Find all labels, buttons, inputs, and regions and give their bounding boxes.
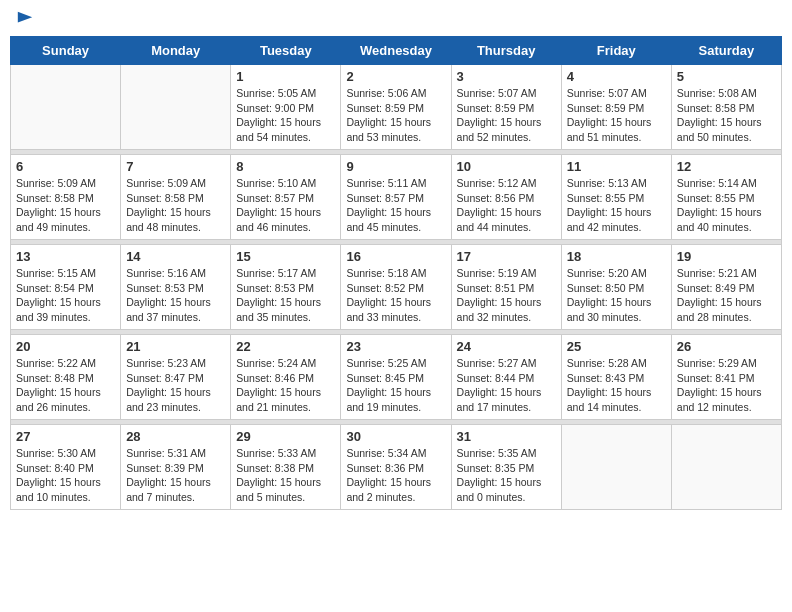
cell-0-0	[11, 65, 121, 150]
cell-2-1: 14Sunrise: 5:16 AM Sunset: 8:53 PM Dayli…	[121, 245, 231, 330]
cell-0-6: 5Sunrise: 5:08 AM Sunset: 8:58 PM Daylig…	[671, 65, 781, 150]
cell-1-6: 12Sunrise: 5:14 AM Sunset: 8:55 PM Dayli…	[671, 155, 781, 240]
cell-2-5: 18Sunrise: 5:20 AM Sunset: 8:50 PM Dayli…	[561, 245, 671, 330]
week-row-2: 13Sunrise: 5:15 AM Sunset: 8:54 PM Dayli…	[11, 245, 782, 330]
cell-detail-25: Sunrise: 5:28 AM Sunset: 8:43 PM Dayligh…	[567, 356, 666, 415]
day-number-7: 7	[126, 159, 225, 174]
cell-detail-24: Sunrise: 5:27 AM Sunset: 8:44 PM Dayligh…	[457, 356, 556, 415]
day-number-30: 30	[346, 429, 445, 444]
cell-3-5: 25Sunrise: 5:28 AM Sunset: 8:43 PM Dayli…	[561, 335, 671, 420]
cell-detail-14: Sunrise: 5:16 AM Sunset: 8:53 PM Dayligh…	[126, 266, 225, 325]
day-number-28: 28	[126, 429, 225, 444]
cell-1-2: 8Sunrise: 5:10 AM Sunset: 8:57 PM Daylig…	[231, 155, 341, 240]
day-number-16: 16	[346, 249, 445, 264]
col-wednesday: Wednesday	[341, 37, 451, 65]
cell-detail-5: Sunrise: 5:08 AM Sunset: 8:58 PM Dayligh…	[677, 86, 776, 145]
cell-4-0: 27Sunrise: 5:30 AM Sunset: 8:40 PM Dayli…	[11, 425, 121, 510]
cell-detail-6: Sunrise: 5:09 AM Sunset: 8:58 PM Dayligh…	[16, 176, 115, 235]
cell-1-0: 6Sunrise: 5:09 AM Sunset: 8:58 PM Daylig…	[11, 155, 121, 240]
cell-0-2: 1Sunrise: 5:05 AM Sunset: 9:00 PM Daylig…	[231, 65, 341, 150]
week-row-0: 1Sunrise: 5:05 AM Sunset: 9:00 PM Daylig…	[11, 65, 782, 150]
cell-4-1: 28Sunrise: 5:31 AM Sunset: 8:39 PM Dayli…	[121, 425, 231, 510]
cell-4-3: 30Sunrise: 5:34 AM Sunset: 8:36 PM Dayli…	[341, 425, 451, 510]
cell-detail-4: Sunrise: 5:07 AM Sunset: 8:59 PM Dayligh…	[567, 86, 666, 145]
cell-detail-16: Sunrise: 5:18 AM Sunset: 8:52 PM Dayligh…	[346, 266, 445, 325]
cell-detail-3: Sunrise: 5:07 AM Sunset: 8:59 PM Dayligh…	[457, 86, 556, 145]
cell-2-3: 16Sunrise: 5:18 AM Sunset: 8:52 PM Dayli…	[341, 245, 451, 330]
cell-1-4: 10Sunrise: 5:12 AM Sunset: 8:56 PM Dayli…	[451, 155, 561, 240]
cell-0-4: 3Sunrise: 5:07 AM Sunset: 8:59 PM Daylig…	[451, 65, 561, 150]
cell-detail-10: Sunrise: 5:12 AM Sunset: 8:56 PM Dayligh…	[457, 176, 556, 235]
day-number-5: 5	[677, 69, 776, 84]
day-number-14: 14	[126, 249, 225, 264]
day-number-21: 21	[126, 339, 225, 354]
day-number-23: 23	[346, 339, 445, 354]
page-header	[10, 10, 782, 28]
col-sunday: Sunday	[11, 37, 121, 65]
day-number-11: 11	[567, 159, 666, 174]
day-number-3: 3	[457, 69, 556, 84]
col-saturday: Saturday	[671, 37, 781, 65]
cell-detail-15: Sunrise: 5:17 AM Sunset: 8:53 PM Dayligh…	[236, 266, 335, 325]
day-number-13: 13	[16, 249, 115, 264]
day-number-31: 31	[457, 429, 556, 444]
cell-detail-7: Sunrise: 5:09 AM Sunset: 8:58 PM Dayligh…	[126, 176, 225, 235]
cell-detail-23: Sunrise: 5:25 AM Sunset: 8:45 PM Dayligh…	[346, 356, 445, 415]
cell-3-1: 21Sunrise: 5:23 AM Sunset: 8:47 PM Dayli…	[121, 335, 231, 420]
day-number-18: 18	[567, 249, 666, 264]
cell-detail-21: Sunrise: 5:23 AM Sunset: 8:47 PM Dayligh…	[126, 356, 225, 415]
cell-detail-11: Sunrise: 5:13 AM Sunset: 8:55 PM Dayligh…	[567, 176, 666, 235]
cell-4-5	[561, 425, 671, 510]
day-number-22: 22	[236, 339, 335, 354]
cell-detail-27: Sunrise: 5:30 AM Sunset: 8:40 PM Dayligh…	[16, 446, 115, 505]
cell-3-3: 23Sunrise: 5:25 AM Sunset: 8:45 PM Dayli…	[341, 335, 451, 420]
logo-flag-icon	[16, 10, 34, 28]
cell-detail-29: Sunrise: 5:33 AM Sunset: 8:38 PM Dayligh…	[236, 446, 335, 505]
cell-4-6	[671, 425, 781, 510]
day-number-10: 10	[457, 159, 556, 174]
cell-2-0: 13Sunrise: 5:15 AM Sunset: 8:54 PM Dayli…	[11, 245, 121, 330]
cell-1-5: 11Sunrise: 5:13 AM Sunset: 8:55 PM Dayli…	[561, 155, 671, 240]
day-number-1: 1	[236, 69, 335, 84]
cell-detail-9: Sunrise: 5:11 AM Sunset: 8:57 PM Dayligh…	[346, 176, 445, 235]
cell-2-4: 17Sunrise: 5:19 AM Sunset: 8:51 PM Dayli…	[451, 245, 561, 330]
day-number-19: 19	[677, 249, 776, 264]
day-number-24: 24	[457, 339, 556, 354]
col-monday: Monday	[121, 37, 231, 65]
cell-3-4: 24Sunrise: 5:27 AM Sunset: 8:44 PM Dayli…	[451, 335, 561, 420]
cell-detail-31: Sunrise: 5:35 AM Sunset: 8:35 PM Dayligh…	[457, 446, 556, 505]
day-number-25: 25	[567, 339, 666, 354]
cell-detail-22: Sunrise: 5:24 AM Sunset: 8:46 PM Dayligh…	[236, 356, 335, 415]
cell-0-5: 4Sunrise: 5:07 AM Sunset: 8:59 PM Daylig…	[561, 65, 671, 150]
logo	[14, 10, 34, 28]
week-row-3: 20Sunrise: 5:22 AM Sunset: 8:48 PM Dayli…	[11, 335, 782, 420]
cell-0-1	[121, 65, 231, 150]
cell-detail-12: Sunrise: 5:14 AM Sunset: 8:55 PM Dayligh…	[677, 176, 776, 235]
day-number-15: 15	[236, 249, 335, 264]
cell-detail-26: Sunrise: 5:29 AM Sunset: 8:41 PM Dayligh…	[677, 356, 776, 415]
cell-detail-2: Sunrise: 5:06 AM Sunset: 8:59 PM Dayligh…	[346, 86, 445, 145]
cell-2-2: 15Sunrise: 5:17 AM Sunset: 8:53 PM Dayli…	[231, 245, 341, 330]
col-tuesday: Tuesday	[231, 37, 341, 65]
cell-detail-30: Sunrise: 5:34 AM Sunset: 8:36 PM Dayligh…	[346, 446, 445, 505]
day-number-9: 9	[346, 159, 445, 174]
cell-detail-13: Sunrise: 5:15 AM Sunset: 8:54 PM Dayligh…	[16, 266, 115, 325]
cell-3-6: 26Sunrise: 5:29 AM Sunset: 8:41 PM Dayli…	[671, 335, 781, 420]
day-number-6: 6	[16, 159, 115, 174]
col-friday: Friday	[561, 37, 671, 65]
week-row-1: 6Sunrise: 5:09 AM Sunset: 8:58 PM Daylig…	[11, 155, 782, 240]
cell-4-2: 29Sunrise: 5:33 AM Sunset: 8:38 PM Dayli…	[231, 425, 341, 510]
cell-4-4: 31Sunrise: 5:35 AM Sunset: 8:35 PM Dayli…	[451, 425, 561, 510]
day-number-20: 20	[16, 339, 115, 354]
cell-3-2: 22Sunrise: 5:24 AM Sunset: 8:46 PM Dayli…	[231, 335, 341, 420]
day-number-2: 2	[346, 69, 445, 84]
day-number-8: 8	[236, 159, 335, 174]
col-thursday: Thursday	[451, 37, 561, 65]
day-number-29: 29	[236, 429, 335, 444]
day-number-12: 12	[677, 159, 776, 174]
cell-3-0: 20Sunrise: 5:22 AM Sunset: 8:48 PM Dayli…	[11, 335, 121, 420]
cell-detail-1: Sunrise: 5:05 AM Sunset: 9:00 PM Dayligh…	[236, 86, 335, 145]
cell-0-3: 2Sunrise: 5:06 AM Sunset: 8:59 PM Daylig…	[341, 65, 451, 150]
calendar-header-row: Sunday Monday Tuesday Wednesday Thursday…	[11, 37, 782, 65]
svg-marker-0	[18, 12, 32, 23]
